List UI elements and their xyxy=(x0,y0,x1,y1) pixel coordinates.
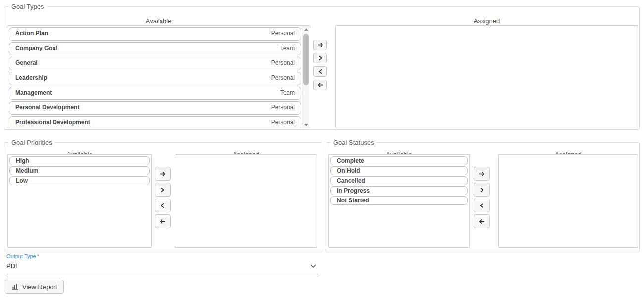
item-value: Team xyxy=(280,45,295,51)
goal-types-legend: Goal Types xyxy=(8,2,47,11)
output-type-label: Output Type* xyxy=(6,253,319,259)
list-item[interactable]: Cancelled xyxy=(330,176,468,185)
move-all-right-button[interactable] xyxy=(474,167,490,181)
output-type-field: Output Type* PDF xyxy=(6,253,319,274)
item-label: High xyxy=(16,157,29,164)
chevron-right-icon xyxy=(160,187,166,193)
goal-statuses-assigned-items xyxy=(499,155,638,247)
goal-types-assigned-list xyxy=(335,25,638,128)
chevron-left-icon xyxy=(479,203,485,208)
output-type-value: PDF xyxy=(6,262,19,270)
goal-priorities-available-items: High Medium Low xyxy=(8,155,151,247)
goal-statuses-fieldset: Goal Statuses Available Assigned Complet… xyxy=(326,142,640,252)
triangle-up-icon xyxy=(304,28,308,31)
list-item[interactable]: Personal Development Personal xyxy=(9,101,301,115)
item-value: Personal xyxy=(271,59,295,66)
goal-types-available-header: Available xyxy=(7,17,310,25)
move-left-button[interactable] xyxy=(313,66,327,77)
goal-statuses-available-list: Complete On Hold Cancelled In Progress N… xyxy=(328,154,470,248)
list-item[interactable]: High xyxy=(9,156,150,165)
move-all-left-button[interactable] xyxy=(474,214,490,228)
goal-types-assigned-header: Assigned xyxy=(335,17,638,25)
arrow-right-icon xyxy=(479,171,485,177)
list-item[interactable]: Complete xyxy=(330,156,468,165)
item-label: Complete xyxy=(337,157,364,164)
scroll-up-button[interactable] xyxy=(303,26,310,33)
list-item[interactable]: Action Plan Personal xyxy=(9,27,301,41)
list-item[interactable]: Management Team xyxy=(9,87,301,100)
chevron-right-icon xyxy=(317,55,323,61)
list-item[interactable]: General Personal xyxy=(9,57,301,70)
item-label: Not Started xyxy=(337,197,369,204)
goal-types-available-items: Action Plan Personal Company Goal Team G… xyxy=(7,26,310,128)
chevron-right-icon xyxy=(479,187,485,193)
move-all-right-button[interactable] xyxy=(313,40,327,50)
goal-types-fieldset: Goal Types Available Assigned Action Pla… xyxy=(4,6,640,130)
item-label: Low xyxy=(16,177,28,184)
list-item[interactable]: Leadership Personal xyxy=(9,72,301,85)
goal-types-assigned-items xyxy=(336,26,638,128)
arrow-right-icon xyxy=(160,171,166,177)
item-label: Cancelled xyxy=(337,177,365,184)
item-label: Personal Development xyxy=(15,104,79,111)
item-label: Management xyxy=(15,89,52,96)
item-label: In Progress xyxy=(337,187,370,194)
item-label: Action Plan xyxy=(15,30,48,37)
item-value: Personal xyxy=(271,74,295,81)
list-item[interactable]: Not Started xyxy=(330,196,468,205)
view-report-button[interactable]: View Report xyxy=(5,280,64,294)
list-item[interactable]: In Progress xyxy=(330,186,468,195)
move-all-left-button[interactable] xyxy=(155,214,171,228)
bar-chart-icon xyxy=(11,283,19,290)
goal-statuses-assigned-list xyxy=(498,154,638,248)
item-label: General xyxy=(15,59,38,66)
goal-statuses-legend: Goal Statuses xyxy=(330,138,377,147)
arrow-left-icon xyxy=(479,219,485,224)
item-label: On Hold xyxy=(337,167,360,174)
move-left-button[interactable] xyxy=(155,199,171,212)
goal-priorities-available-list: High Medium Low xyxy=(7,154,152,248)
chevron-down-icon xyxy=(310,264,317,268)
list-item[interactable]: On Hold xyxy=(330,166,468,175)
arrow-left-icon xyxy=(160,219,166,224)
output-type-select[interactable]: PDF xyxy=(6,261,319,274)
scrollbar-thumb[interactable] xyxy=(303,34,309,85)
scroll-down-button[interactable] xyxy=(303,122,310,128)
move-all-left-button[interactable] xyxy=(313,80,327,90)
scrollbar xyxy=(302,26,309,128)
list-item[interactable]: Company Goal Team xyxy=(9,42,301,55)
move-right-button[interactable] xyxy=(155,183,171,197)
item-label: Leadership xyxy=(15,74,47,81)
list-item[interactable]: Low xyxy=(9,176,150,185)
move-left-button[interactable] xyxy=(474,199,490,212)
item-value: Team xyxy=(280,89,295,96)
goal-statuses-transfer-buttons xyxy=(474,167,490,230)
list-item[interactable]: Professional Development Personal xyxy=(9,116,301,128)
move-right-button[interactable] xyxy=(474,183,490,197)
goal-priorities-transfer-buttons xyxy=(155,167,171,230)
goal-statuses-available-items: Complete On Hold Cancelled In Progress N… xyxy=(329,155,469,247)
goal-types-available-list: Action Plan Personal Company Goal Team G… xyxy=(7,25,310,128)
move-right-button[interactable] xyxy=(313,53,327,63)
goal-priorities-assigned-list xyxy=(175,154,317,248)
item-value: Personal xyxy=(271,30,295,37)
report-filter-page: { "colors": { "label_blue": "#4a90d2", "… xyxy=(0,0,644,298)
move-all-right-button[interactable] xyxy=(155,167,171,181)
goal-types-transfer-buttons xyxy=(313,40,327,93)
item-value: Personal xyxy=(271,104,295,111)
list-item[interactable]: Medium xyxy=(9,166,150,175)
item-label: Company Goal xyxy=(15,45,57,51)
item-label: Medium xyxy=(16,167,38,174)
output-type-label-text: Output Type xyxy=(6,253,36,259)
item-label: Professional Development xyxy=(15,119,90,126)
chevron-left-icon xyxy=(317,69,323,74)
goal-priorities-legend: Goal Priorities xyxy=(8,138,55,147)
triangle-down-icon xyxy=(304,124,308,126)
chevron-left-icon xyxy=(160,203,166,208)
view-report-label: View Report xyxy=(22,283,57,291)
goal-priorities-assigned-items xyxy=(175,155,317,247)
arrow-right-icon xyxy=(317,42,323,48)
goal-priorities-fieldset: Goal Priorities Available Assigned High … xyxy=(4,142,322,252)
arrow-left-icon xyxy=(317,82,323,88)
required-marker: * xyxy=(37,253,39,259)
